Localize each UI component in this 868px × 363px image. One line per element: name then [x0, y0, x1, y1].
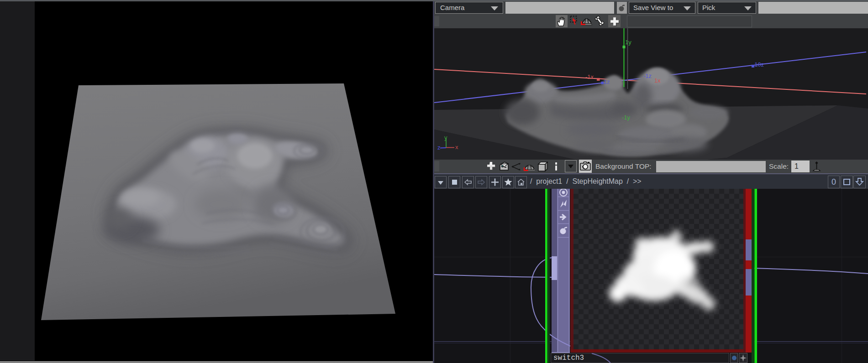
svg-text:-10z: -10z [752, 61, 764, 68]
svg-text:y: y [444, 134, 447, 141]
svg-text:z: z [437, 144, 441, 151]
svg-text:1z: 1z [604, 78, 610, 85]
svg-text:-1z: -1z [643, 73, 652, 79]
svg-text:-1x: -1x [585, 73, 594, 80]
svg-text:-1y: -1y [622, 114, 631, 121]
svg-text:1x: 1x [654, 77, 661, 84]
svg-text:1y: 1y [625, 39, 631, 46]
svg-text:x: x [455, 144, 458, 150]
